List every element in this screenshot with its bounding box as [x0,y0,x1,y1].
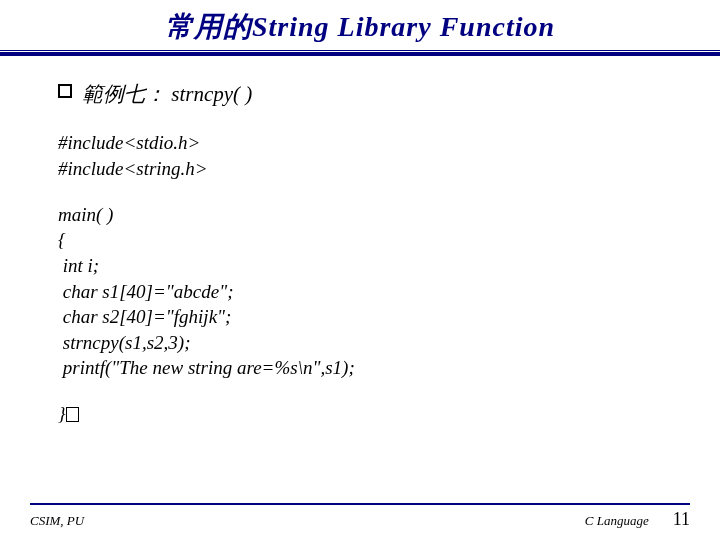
footer-rule [30,503,690,505]
code-line: main( ) [58,202,670,228]
closing-brace: } [58,403,66,424]
page-number: 11 [673,509,690,530]
include-line: #include<stdio.h> [58,130,670,156]
code-line: int i; [58,253,670,279]
title-english: String Library Function [252,11,555,42]
footer-left: CSIM, PU [30,513,84,529]
code-line: char s1[40]="abcde"; [58,279,670,305]
closing-line: } [58,401,670,427]
slide-title: 常用的String Library Function [0,8,720,46]
slide-body: 範例七： strncpy( ) #include<stdio.h> #inclu… [0,56,720,427]
bullet-text: 範例七： strncpy( ) [82,80,252,108]
code-line: } [58,401,670,427]
code-line: { [58,227,670,253]
square-bullet-icon [58,84,72,98]
footer-row: CSIM, PU C Language 11 [30,509,690,530]
code-line: strncpy(s1,s2,3); [58,330,670,356]
title-underline [0,52,720,56]
tofu-glyph [66,407,79,422]
slide: 常用的String Library Function 範例七： strncpy(… [0,0,720,540]
footer: CSIM, PU C Language 11 [0,503,720,530]
bullet-cjk: 範例七： [82,82,166,106]
code-line: char s2[40]="fghijk"; [58,304,670,330]
code-block: main( ) { int i; char s1[40]="abcde"; ch… [58,202,670,381]
footer-label: C Language [585,513,649,529]
include-block: #include<stdio.h> #include<string.h> [58,130,670,181]
include-line: #include<string.h> [58,156,670,182]
title-cjk: 常用的 [165,11,252,42]
bullet-code: strncpy( ) [171,82,252,106]
footer-right: C Language 11 [585,509,690,530]
title-area: 常用的String Library Function [0,0,720,46]
bullet-item: 範例七： strncpy( ) [58,80,670,108]
code-line: printf("The new string are=%s\n",s1); [58,355,670,381]
